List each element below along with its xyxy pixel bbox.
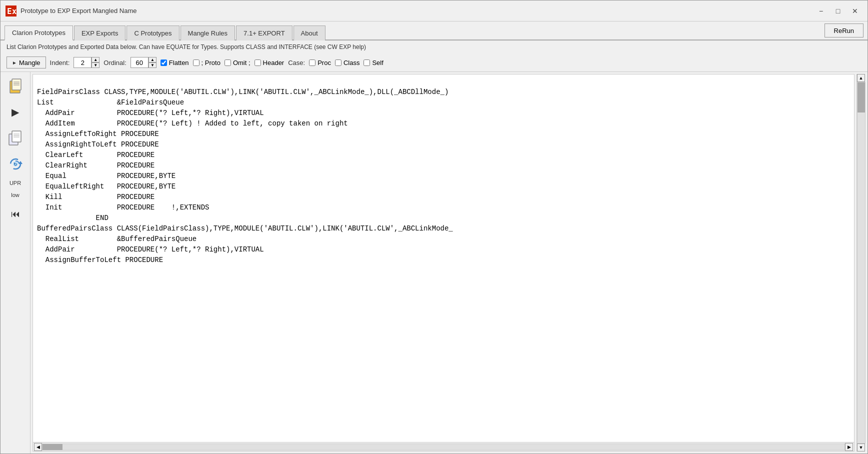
scroll-right-button[interactable]: ▶ bbox=[845, 443, 853, 451]
sidebar: ▶ ↻ UPR bbox=[0, 72, 30, 454]
proto-checkbox[interactable] bbox=[193, 60, 200, 66]
omit-checkbox[interactable] bbox=[224, 60, 231, 66]
horizontal-scrollbar: ◀ ▶ bbox=[33, 442, 854, 451]
header-group: Header bbox=[254, 59, 284, 66]
indent-spinner-btns: ▲ ▼ bbox=[92, 57, 100, 68]
duplicate-icon-btn[interactable] bbox=[4, 127, 26, 149]
tab-exp-exports[interactable]: EXP Exports bbox=[74, 26, 126, 40]
upr-button[interactable]: UPR bbox=[8, 179, 23, 187]
close-button[interactable]: ✕ bbox=[848, 6, 862, 16]
mangle-button[interactable]: ► Mangle bbox=[6, 56, 46, 68]
mangle-label: Mangle bbox=[19, 59, 40, 66]
rerun-button[interactable]: ReRun bbox=[824, 24, 864, 38]
main-content: ▶ ↻ UPR bbox=[0, 72, 868, 454]
proc-checkbox[interactable] bbox=[309, 60, 316, 66]
case-label: Case: bbox=[288, 59, 305, 66]
scroll-down-button[interactable]: ▼ bbox=[857, 444, 865, 452]
tab-about[interactable]: About bbox=[294, 26, 326, 40]
indent-input[interactable] bbox=[74, 57, 92, 68]
h-scrollbar-thumb[interactable] bbox=[42, 444, 62, 450]
code-content: FieldPairsClass CLASS,TYPE,MODULE('ABUTI… bbox=[37, 76, 850, 266]
tab-bar: Clarion Prototypes EXP Exports C Prototy… bbox=[0, 22, 868, 40]
ordinal-input[interactable] bbox=[130, 57, 148, 68]
arrow-right-icon-btn[interactable]: ▶ bbox=[4, 101, 26, 123]
toolbar: List Clarion Prototypes and Exported Dat… bbox=[0, 40, 868, 72]
header-checkbox[interactable] bbox=[254, 60, 261, 66]
flatten-checkbox[interactable] bbox=[160, 60, 167, 66]
ordinal-down-button[interactable]: ▼ bbox=[148, 62, 156, 68]
title-bar-left: Ex Prototype to EXP Export Mangled Name bbox=[6, 6, 136, 16]
back-icon: ⏮ bbox=[11, 209, 20, 220]
self-checkbox[interactable] bbox=[364, 60, 370, 66]
self-group: Self bbox=[364, 59, 383, 66]
class-label: Class bbox=[344, 59, 360, 66]
toolbar-row: ► Mangle Indent: ▲ ▼ Ordinal: ▲ ▼ bbox=[6, 56, 384, 68]
ordinal-label: Ordinal: bbox=[104, 59, 126, 66]
omit-label: Omit ; bbox=[233, 59, 250, 66]
minimize-button[interactable]: − bbox=[814, 6, 828, 16]
window-title: Prototype to EXP Export Mangled Name bbox=[20, 7, 136, 14]
flatten-label: Flatten bbox=[169, 59, 189, 66]
vertical-scrollbar: ▲ ▼ bbox=[856, 74, 866, 452]
proto-label: ; Proto bbox=[202, 59, 220, 66]
tab-clarion-prototypes[interactable]: Clarion Prototypes bbox=[4, 26, 73, 40]
omit-group: Omit ; bbox=[224, 59, 250, 66]
scroll-left-button[interactable]: ◀ bbox=[34, 443, 42, 451]
low-button[interactable]: low bbox=[9, 191, 22, 199]
class-checkbox[interactable] bbox=[335, 60, 342, 66]
back-icon-btn[interactable]: ⏮ bbox=[4, 203, 26, 225]
proto-group: ; Proto bbox=[193, 59, 220, 66]
indent-up-button[interactable]: ▲ bbox=[92, 57, 100, 62]
app-icon: Ex bbox=[6, 6, 16, 16]
main-window: Ex Prototype to EXP Export Mangled Name … bbox=[0, 0, 868, 454]
v-scrollbar-thumb[interactable] bbox=[858, 82, 865, 112]
ordinal-spinner-btns: ▲ ▼ bbox=[148, 57, 156, 68]
refresh-icon-btn[interactable]: ↻ bbox=[4, 153, 26, 175]
toolbar-info: List Clarion Prototypes and Exported Dat… bbox=[6, 44, 862, 50]
tab-71-export[interactable]: 7.1+ EXPORT bbox=[236, 26, 292, 40]
svg-rect-8 bbox=[12, 131, 21, 142]
indent-down-button[interactable]: ▼ bbox=[92, 62, 100, 68]
ordinal-spinner: ▲ ▼ bbox=[130, 57, 156, 68]
proc-group: Proc bbox=[309, 59, 331, 66]
class-group: Class bbox=[335, 59, 360, 66]
self-label: Self bbox=[372, 59, 383, 66]
v-scrollbar-track[interactable] bbox=[857, 82, 866, 444]
svg-text:↻: ↻ bbox=[14, 162, 18, 167]
code-scroll-area[interactable]: FieldPairsClass CLASS,TYPE,MODULE('ABUTI… bbox=[33, 74, 854, 442]
ordinal-up-button[interactable]: ▲ bbox=[148, 57, 156, 62]
flatten-group: Flatten bbox=[160, 59, 189, 66]
copy-icon-btn[interactable] bbox=[4, 75, 26, 97]
indent-label: Indent: bbox=[50, 59, 70, 66]
mangle-arrow-icon: ► bbox=[12, 60, 17, 66]
tab-mangle-rules[interactable]: Mangle Rules bbox=[180, 26, 236, 40]
window-controls: − □ ✕ bbox=[814, 6, 862, 16]
proc-label: Proc bbox=[318, 59, 331, 66]
h-scrollbar-track[interactable] bbox=[42, 444, 845, 450]
svg-text:Ex: Ex bbox=[7, 6, 16, 16]
maximize-button[interactable]: □ bbox=[830, 6, 846, 16]
indent-spinner: ▲ ▼ bbox=[74, 57, 100, 68]
svg-rect-3 bbox=[12, 79, 21, 90]
arrow-icon: ▶ bbox=[12, 106, 19, 118]
tab-c-prototypes[interactable]: C Prototypes bbox=[126, 26, 179, 40]
header-label: Header bbox=[263, 59, 284, 66]
code-area: FieldPairsClass CLASS,TYPE,MODULE('ABUTI… bbox=[32, 74, 854, 452]
scroll-up-button[interactable]: ▲ bbox=[857, 74, 865, 82]
title-bar: Ex Prototype to EXP Export Mangled Name … bbox=[0, 0, 868, 22]
